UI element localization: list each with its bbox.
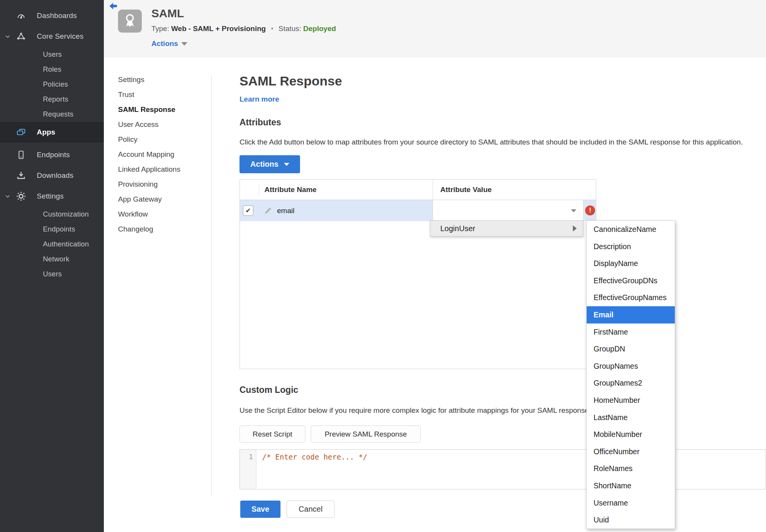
submenu-item[interactable]: CanonicalizeName [587,221,675,238]
sidebar-item-settings-users[interactable]: Users [0,266,104,281]
subnav-item[interactable]: Settings [118,72,202,87]
editor-code: /* Enter code here... */ [262,453,367,461]
script-editor[interactable]: 1 /* Enter code here... */ [239,449,766,489]
custom-logic-description: Use the Script Editor below if you requi… [239,406,591,415]
subnav-item[interactable]: Workflow [118,207,202,222]
submenu-item[interactable]: GroupNames2 [587,374,675,392]
subnav-item[interactable]: User Access [118,117,202,132]
apps-icon [16,127,26,137]
subnav-item[interactable]: Provisioning [118,177,202,192]
attributes-heading: Attributes [239,117,281,128]
attributes-actions-button[interactable]: Actions [239,155,300,173]
save-button[interactable]: Save [240,501,280,518]
submenu-item[interactable]: MobileNumber [587,426,675,443]
submenu-item[interactable]: DisplayName [587,255,675,272]
nav-divider [211,75,212,496]
phone-icon [16,150,26,160]
attributes-table: Attribute Name Attribute Value ✔ email ! [239,179,596,369]
submenu-item[interactable]: Uuid [587,511,675,529]
sidebar-item-reports[interactable]: Reports [0,92,104,107]
app-logo [118,10,142,33]
app-meta: Type: Web - SAML + Provisioning • Status… [151,25,336,33]
meta-separator: • [271,25,274,33]
preview-saml-response-button[interactable]: Preview SAML Response [311,425,421,443]
cancel-button[interactable]: Cancel [287,501,335,518]
submenu-item[interactable]: OfficeNumber [587,443,675,460]
type-label: Type: [151,25,169,33]
page-title: SAML Response [239,74,342,89]
sidebar-item-label: Downloads [37,171,74,180]
submenu-item[interactable]: EffectiveGroupNames [587,289,675,306]
chevron-down-icon [181,42,187,46]
chevron-down-icon [571,209,576,212]
sidebar-item-label: Core Services [37,32,84,41]
subnav-item[interactable]: App Gateway [118,192,202,207]
chevron-down-icon [284,163,289,166]
table-row[interactable]: ✔ email ! [240,200,596,221]
gear-icon [16,191,26,201]
status-badge: Deployed [303,25,336,33]
submenu-item[interactable]: EffectiveGroupDNs [587,272,675,289]
app-section-nav: Settings Trust SAML Response User Access… [118,72,202,236]
sidebar-item-settings[interactable]: Settings [0,186,104,207]
type-value: Web - SAML + Provisioning [171,25,266,33]
submenu-item[interactable]: LastName [587,409,675,426]
submenu-item[interactable]: FirstName [587,323,675,341]
submenu-item[interactable]: Email [587,306,675,323]
sidebar-item-downloads[interactable]: Downloads [0,165,104,186]
submenu-item[interactable]: HomeNumber [587,392,675,409]
submenu-item[interactable]: Username [587,494,675,512]
row-checkbox[interactable]: ✔ [243,205,253,216]
sidebar-item-apps[interactable]: Apps [0,122,104,142]
column-header-attribute-name: Attribute Name [264,180,317,200]
editor-gutter: 1 [240,450,256,489]
subnav-item[interactable]: Policy [118,132,202,147]
value-dropdown-loginuser[interactable]: LoginUser [430,220,583,236]
submenu-arrow-icon [573,225,577,232]
sidebar-item-customization[interactable]: Customization [0,207,104,222]
app-header: SAML Type: Web - SAML + Provisioning • S… [104,0,766,57]
submenu-item[interactable]: RoleNames [587,460,675,477]
learn-more-link[interactable]: Learn more [239,95,279,103]
header-actions-menu[interactable]: Actions [151,39,187,48]
loginuser-submenu: CanonicalizeName Description DisplayName… [586,220,675,529]
custom-logic-heading: Custom Logic [239,385,298,395]
sidebar-item-label: Settings [37,192,64,200]
subnav-item[interactable]: Trust [118,87,202,102]
subnav-item[interactable]: SAML Response [118,102,202,117]
sidebar-item-settings-endpoints[interactable]: Endpoints [0,222,104,236]
line-number: 1 [249,453,253,461]
column-header-attribute-value: Attribute Value [440,180,492,200]
back-arrow-icon[interactable] [109,2,119,11]
edit-pencil-icon[interactable] [264,207,272,215]
reset-script-button[interactable]: Reset Script [239,425,305,443]
chevron-down-icon [5,193,11,199]
core-services-icon [16,31,26,41]
sidebar-item-label: Dashboards [37,11,77,20]
sidebar-item-core-services[interactable]: Core Services [0,26,104,47]
table-header: Attribute Name Attribute Value [240,180,596,200]
sidebar-item-label: Apps [37,128,55,136]
dropdown-item-label: LoginUser [440,224,475,233]
submenu-item[interactable]: ShortName [587,477,675,494]
attribute-value-combobox[interactable] [433,200,584,221]
submenu-item[interactable]: Description [587,238,675,255]
attribute-name-cell: email [277,207,294,215]
error-icon: ! [585,205,595,215]
sidebar-item-authentication[interactable]: Authentication [0,236,104,251]
subnav-item[interactable]: Changelog [118,222,202,236]
sidebar-item-policies[interactable]: Policies [0,77,104,92]
sidebar-item-roles[interactable]: Roles [0,62,104,77]
app-title: SAML [151,7,184,20]
subnav-item[interactable]: Account Mapping [118,147,202,162]
sidebar-item-endpoints[interactable]: Endpoints [0,144,104,165]
sidebar-item-dashboards[interactable]: Dashboards [0,5,104,26]
submenu-item[interactable]: GroupNames [587,358,675,375]
primary-sidebar: Dashboards Core Services Users Roles Pol… [0,0,104,532]
sidebar-item-network[interactable]: Network [0,251,104,266]
sidebar-item-requests[interactable]: Requests [0,107,104,122]
status-label: Status: [279,25,301,33]
submenu-item[interactable]: GroupDN [587,340,675,358]
subnav-item[interactable]: Linked Applications [118,162,202,177]
sidebar-item-users[interactable]: Users [0,47,104,62]
